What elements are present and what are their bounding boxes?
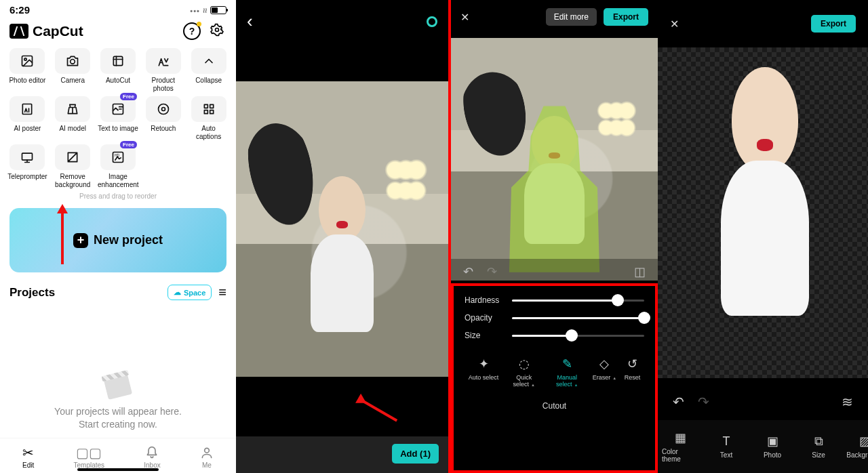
bell-icon: [145, 445, 159, 460]
user-icon: [200, 445, 214, 460]
svg-point-3: [71, 60, 75, 64]
undo-redo-bar: ↶ ↷ ◫: [451, 259, 658, 285]
media-picker-screen: Add (1): [236, 0, 448, 473]
bot-text[interactable]: TText: [708, 434, 745, 459]
app-header: CapCut ?: [0, 17, 236, 47]
cutout-tools: ✦Auto select ◌Quick select ✎Manual selec…: [465, 356, 644, 388]
settings-button[interactable]: [210, 23, 226, 39]
svg-point-12: [205, 448, 210, 453]
bot-color-theme[interactable]: ▦Color theme: [662, 431, 698, 463]
clapper-icon: [104, 374, 132, 400]
export-button[interactable]: Export: [604, 8, 648, 26]
undo-button[interactable]: ↶: [673, 394, 684, 410]
selection-indicator-icon[interactable]: [427, 16, 437, 27]
tool-remove-background[interactable]: Remove background: [52, 144, 94, 188]
space-button[interactable]: Space: [167, 285, 212, 300]
result-editor-screen: Export ↶ ↷ ▦Color theme TText ▣Photo ⧉Si…: [658, 0, 868, 473]
new-project-button[interactable]: + New project: [9, 208, 226, 272]
tool-image-enhancement[interactable]: FreeHDImage enhancement: [98, 144, 139, 188]
scissors-icon: ✂: [22, 445, 34, 460]
empty-line-1: Your projects will appear here.: [54, 405, 182, 417]
home-indicator: [77, 468, 159, 471]
brand-name: CapCut: [33, 23, 83, 39]
compare-button[interactable]: ◫: [634, 264, 646, 279]
tool-product-photos[interactable]: Product photos: [142, 48, 184, 92]
tools-grid: Photo editor Camera AutoCut Product phot…: [0, 47, 236, 190]
tool-text-to-image[interactable]: FreeText to image: [98, 96, 139, 140]
svg-text:HD: HD: [115, 153, 120, 157]
edit-more-button[interactable]: Edit more: [546, 8, 597, 26]
new-project-label: New project: [94, 233, 163, 247]
slider-opacity[interactable]: Opacity: [465, 313, 644, 323]
cutout-editor-screen: Edit more Export ↶ ↷ ◫ Hardness Opacity …: [448, 0, 658, 473]
capcut-home-screen: 6:29 CapCut ? Photo editor Camera AutoCu…: [0, 0, 236, 473]
svg-point-2: [24, 58, 26, 60]
tool-reset[interactable]: ↺Reset: [625, 356, 641, 388]
empty-line-2: Start creating now.: [79, 418, 157, 430]
tool-ai-poster[interactable]: AI poster: [7, 96, 48, 140]
result-header: Export: [658, 0, 868, 42]
layers-button[interactable]: [842, 394, 853, 410]
close-button[interactable]: [460, 11, 469, 24]
plus-icon: +: [73, 233, 88, 248]
status-time: 6:29: [9, 4, 30, 16]
back-button[interactable]: [247, 11, 253, 32]
tab-edit[interactable]: ✂Edit: [22, 445, 34, 469]
cloud-icon: [174, 288, 181, 297]
subject: [294, 176, 391, 371]
tool-quick-select[interactable]: ◌Quick select: [507, 356, 542, 388]
tool-ai-model[interactable]: AI model: [52, 96, 94, 140]
undo-button[interactable]: ↶: [463, 264, 473, 279]
signal-icon: [190, 4, 200, 16]
redo-button[interactable]: ↷: [487, 264, 497, 279]
svg-point-0: [216, 28, 219, 32]
cutout-controls-panel: Hardness Opacity Size ✦Auto select ◌Quic…: [451, 283, 658, 473]
tool-camera[interactable]: Camera: [52, 48, 94, 92]
tab-templates[interactable]: ▢▢Templates: [73, 445, 104, 469]
help-button[interactable]: ?: [183, 22, 201, 40]
bot-background[interactable]: ▨Background: [846, 434, 868, 459]
sort-button[interactable]: [218, 285, 226, 300]
tool-auto-captions[interactable]: Auto captions: [188, 96, 229, 140]
cutout-preview[interactable]: [451, 38, 658, 281]
svg-rect-4: [113, 56, 122, 65]
tool-collapse[interactable]: Collapse: [188, 48, 229, 92]
add-button[interactable]: Add (1): [392, 444, 439, 464]
tool-teleprompter[interactable]: Teleprompter: [7, 144, 48, 188]
projects-header: Projects Space: [0, 281, 236, 304]
templates-icon: ▢▢: [76, 445, 102, 460]
photo-preview[interactable]: [236, 81, 448, 377]
add-bar: Add (1): [236, 436, 448, 473]
tool-autocut[interactable]: AutoCut: [98, 48, 139, 92]
section-title-cutout: Cutout: [465, 401, 644, 411]
tool-photo-editor[interactable]: Photo editor: [7, 48, 48, 92]
capcut-logo-icon: [9, 24, 28, 39]
undo-redo-bar: ↶ ↷: [658, 389, 868, 415]
tab-inbox[interactable]: Inbox: [144, 445, 160, 469]
tab-me[interactable]: Me: [200, 445, 214, 469]
export-button[interactable]: Export: [811, 15, 856, 33]
close-button[interactable]: [670, 18, 679, 30]
slider-size[interactable]: Size: [465, 331, 644, 340]
svg-point-8: [161, 108, 165, 111]
wifi-icon: [203, 4, 208, 16]
bot-photo[interactable]: ▣Photo: [754, 434, 791, 459]
brand: CapCut: [9, 23, 83, 39]
projects-title: Projects: [9, 286, 55, 300]
tool-retouch[interactable]: Retouch: [142, 96, 184, 140]
cutout-subject: [679, 67, 851, 378]
battery-icon: [210, 6, 226, 14]
tool-manual-select[interactable]: ✎Manual select: [549, 356, 585, 388]
result-preview[interactable]: [658, 47, 868, 378]
svg-rect-9: [22, 153, 33, 160]
tool-auto-select[interactable]: ✦Auto select: [469, 356, 499, 388]
bottom-toolbar: ▦Color theme TText ▣Photo ⧉Size ▨Backgro…: [658, 420, 868, 473]
tool-eraser[interactable]: ◇Eraser: [593, 356, 616, 388]
bot-size[interactable]: ⧉Size: [800, 434, 837, 459]
slider-hardness[interactable]: Hardness: [465, 295, 644, 305]
svg-rect-5: [23, 104, 32, 115]
redo-button[interactable]: ↷: [698, 394, 709, 410]
svg-point-7: [158, 104, 168, 115]
editor-header: Edit more Export: [451, 0, 658, 34]
reorder-hint: Press and drag to reorder: [0, 190, 236, 204]
